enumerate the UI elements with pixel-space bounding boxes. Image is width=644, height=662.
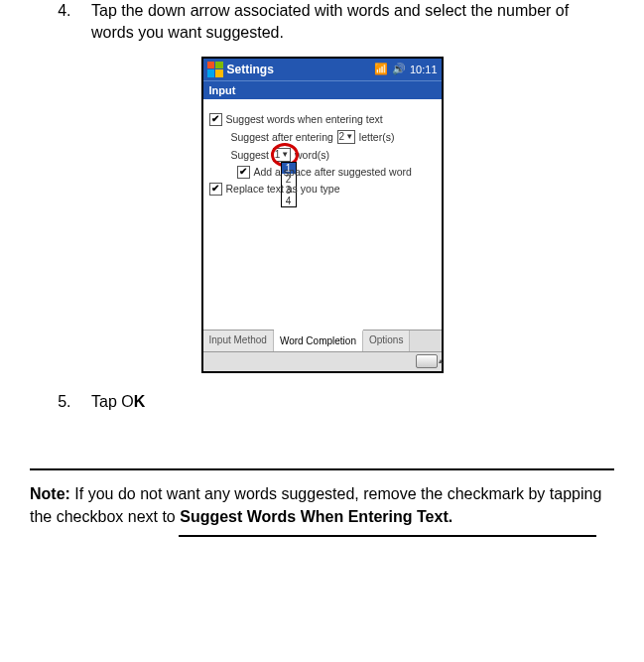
tab-options[interactable]: Options bbox=[363, 331, 410, 351]
step-5-prefix: Tap O bbox=[91, 393, 134, 410]
titlebar: Settings 📶 🔊 10:11 bbox=[203, 59, 442, 80]
letters-dropdown[interactable]: 2 ▼ bbox=[337, 130, 355, 144]
speaker-icon: 🔊 bbox=[392, 63, 406, 75]
label-words-prefix: Suggest bbox=[231, 149, 270, 161]
label-addspace: Add a space after suggested word bbox=[254, 166, 412, 178]
row-add-space: Add a space after suggested word bbox=[237, 166, 436, 179]
label-after-suffix: letter(s) bbox=[359, 131, 395, 143]
row-words-count: Suggest 1 ▼ word(s) 1 2 3 4 bbox=[231, 148, 436, 162]
label-words-suffix: word(s) bbox=[295, 149, 329, 161]
settings-panel: Suggest words when entering text Suggest… bbox=[203, 99, 442, 330]
row-suggest-after: Suggest after entering 2 ▼ letter(s) bbox=[231, 130, 436, 144]
keyboard-icon[interactable] bbox=[416, 354, 438, 368]
signal-icon: 📶 bbox=[374, 63, 388, 75]
note-label: Note: bbox=[30, 485, 70, 502]
step-4: Tap the down arrow associated with words… bbox=[75, 0, 614, 45]
dropdown-option-4[interactable]: 4 bbox=[282, 196, 296, 206]
checkbox-addspace[interactable] bbox=[237, 166, 250, 179]
label-suggest: Suggest words when entering text bbox=[226, 113, 383, 125]
row-replace: Replace text as you type bbox=[209, 183, 436, 196]
checkbox-replace[interactable] bbox=[209, 183, 222, 196]
sip-bar bbox=[203, 351, 442, 371]
label-replace: Replace text as you type bbox=[226, 183, 340, 195]
tab-input-method[interactable]: Input Method bbox=[203, 331, 274, 351]
tab-word-completion[interactable]: Word Completion bbox=[274, 330, 363, 351]
status-icons: 📶 🔊 10:11 bbox=[374, 63, 438, 75]
label-after-prefix: Suggest after entering bbox=[231, 131, 333, 143]
step-5-bold: K bbox=[134, 393, 146, 410]
subheader: Input bbox=[203, 80, 442, 99]
tab-bar: Input Method Word Completion Options bbox=[203, 330, 442, 351]
device-screenshot: Settings 📶 🔊 10:11 Input Suggest words w… bbox=[30, 57, 614, 373]
words-dropdown[interactable]: 1 ▼ bbox=[273, 148, 291, 162]
row-suggest-words: Suggest words when entering text bbox=[209, 113, 436, 126]
titlebar-text: Settings bbox=[227, 63, 370, 76]
start-icon[interactable] bbox=[207, 62, 223, 77]
divider-bottom bbox=[179, 535, 596, 537]
step-5: Tap OK bbox=[75, 391, 614, 413]
clock-text: 10:11 bbox=[410, 64, 438, 75]
chevron-down-icon: ▼ bbox=[281, 150, 289, 159]
device-frame: Settings 📶 🔊 10:11 Input Suggest words w… bbox=[201, 57, 444, 373]
checkbox-suggest[interactable] bbox=[209, 113, 222, 126]
chevron-down-icon: ▼ bbox=[345, 132, 353, 141]
step-4-text: Tap the down arrow associated with words… bbox=[91, 2, 569, 41]
divider-top bbox=[30, 468, 614, 470]
divider-bottom-wrap bbox=[30, 535, 614, 549]
note-paragraph: Note: If you do not want any words sugge… bbox=[30, 482, 614, 528]
note-bold-tail: Suggest Words When Entering Text. bbox=[180, 508, 452, 525]
